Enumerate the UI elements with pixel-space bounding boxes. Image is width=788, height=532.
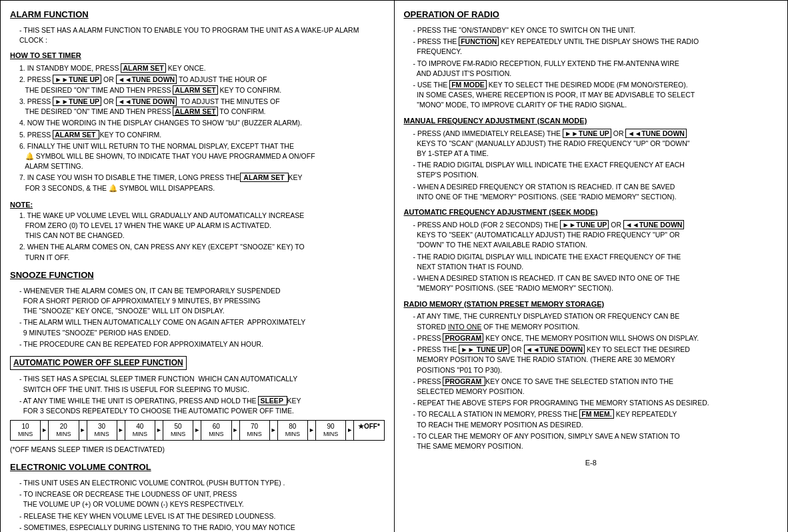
- sleep-cell-40: 40MINS: [125, 421, 155, 440]
- auto-item-3: - WHEN A DESIRED STATION IS REACHED. IT …: [413, 273, 779, 293]
- sleep-cell-10: 10MINS: [11, 421, 41, 440]
- sleep-section: AUTOMATIC POWER OFF SLEEP FUNCTION - THI…: [10, 356, 385, 455]
- step-4: 4. NOW THE WORDING IN THE DISPLAY CHANGE…: [19, 118, 385, 128]
- page-container: ALARM FUNCTION - THIS SET HAS A ALARM FU…: [0, 0, 788, 532]
- radio-memory-title: RADIO MEMORY (STATION PRESET MEMORY STOR…: [404, 299, 779, 310]
- arrow-5: ►: [193, 421, 201, 440]
- arrow-9: ►: [346, 421, 354, 440]
- snooze-items: - WHENEVER THE ALARM COMES ON, IT CAN BE…: [10, 286, 385, 349]
- alarm-steps: 1. IN STANDBY MODE, PRESS ALARM SET KEY …: [10, 63, 385, 193]
- manual-freq-title: MANUAL FREQUENCY ADJUSTMENT (SCAN MODE): [404, 116, 779, 127]
- manual-item-3: - WHEN A DESIRED FREQUENCY OR STATION IS…: [413, 182, 779, 202]
- sleep-item-2: - AT ANY TIME WHILE THE UNIT IS OPERATIN…: [19, 396, 385, 416]
- op-intro-3: - TO IMPROVE FM-RADIO RECEPTION, FULLY E…: [413, 59, 779, 79]
- note-label: NOTE:: [10, 201, 33, 209]
- evc-title: ELECTRONIC VOLUME CONTROL: [10, 461, 151, 474]
- memory-item-2: - PRESS PROGRAM KEY ONCE, THE MEMORY POS…: [413, 333, 779, 343]
- sleep-items: - THIS SET HAS A SPECIAL SLEEP TIMER FUN…: [10, 374, 385, 416]
- right-page-num: E-8: [404, 458, 779, 469]
- sleep-cell-50: 50MINS: [163, 421, 193, 440]
- memory-item-6: - TO RECALL A STATION IN MEMORY, PRESS T…: [413, 409, 779, 429]
- alarm-title: ALARM FUNCTION: [10, 9, 89, 21]
- memory-item-1: - AT ANY TIME, THE CURRENTLY DISPLAYED S…: [413, 311, 779, 331]
- snooze-item-3: - THE PROCEDURE CAN BE REPEATED FOR APPR…: [19, 339, 385, 349]
- snooze-section: SNOOZE FUNCTION - WHENEVER THE ALARM COM…: [10, 269, 385, 349]
- radio-memory-items: - AT ANY TIME, THE CURRENTLY DISPLAYED S…: [404, 311, 779, 451]
- operation-intro: - PRESS THE "ON/STANDBY" KEY ONCE TO SWI…: [404, 25, 779, 111]
- evc-item-1: - THIS UNIT USES AN ELECTRONIC VOLUME CO…: [19, 478, 385, 488]
- sleep-cell-80: 80MINS: [278, 421, 308, 440]
- sleep-table: 10MINS ► 20MINS ► 30MINS ► 40MINS ► 50MI…: [10, 420, 385, 441]
- auto-item-1: - PRESS AND HOLD (FOR 2 SECONDS) THE ►►T…: [413, 220, 779, 251]
- notes: 1. THE WAKE UP VOLUME LEVEL WILL GRADUAL…: [10, 211, 385, 263]
- op-intro-1: - PRESS THE "ON/STANDBY" KEY ONCE TO SWI…: [413, 25, 779, 35]
- step-3: 3. PRESS ►►TUNE UP OR ◄◄TUNE DOWN TO ADJ…: [19, 97, 385, 117]
- sleep-cell-90: 90MINS: [316, 421, 346, 440]
- sleep-title: AUTOMATIC POWER OFF SLEEP FUNCTION: [10, 356, 187, 370]
- memory-item-5: - REPEAT THE ABOVE STEPS FOR PROGRAMING …: [413, 398, 779, 408]
- auto-freq-title: AUTOMATIC FREQUENCY ADJUSTMENT (SEEK MOD…: [404, 207, 779, 218]
- sleep-item-1: - THIS SET HAS A SPECIAL SLEEP TIMER FUN…: [19, 374, 385, 394]
- operation-title: OPERATION OF RADIO: [404, 9, 499, 21]
- step-1: 1. IN STANDBY MODE, PRESS ALARM SET KEY …: [19, 63, 385, 73]
- sleep-cell-off: ★OFF*: [354, 421, 383, 440]
- sleep-table-cells: 10MINS ► 20MINS ► 30MINS ► 40MINS ► 50MI…: [10, 420, 385, 441]
- step-5: 5. PRESS ALARM SET KEY TO CONFIRM.: [19, 130, 385, 140]
- arrow-7: ►: [270, 421, 278, 440]
- memory-item-7: - TO CLEAR THE MEMORY OF ANY POSITION, S…: [413, 431, 779, 451]
- op-intro-4: - USE THE FM MODE KEY TO SELECT THE DESI…: [413, 80, 779, 111]
- right-panel: OPERATION OF RADIO - PRESS THE "ON/STAND…: [395, 1, 788, 532]
- sleep-cell-60: 60MINS: [201, 421, 231, 440]
- sleep-cell-70: 70MINS: [240, 421, 270, 440]
- memory-item-3: - PRESS THE ►► TUNE UP OR ◄◄TUNE DOWN KE…: [413, 345, 779, 375]
- op-intro-2: - PRESS THE FUNCTION KEY REPEATEDLY UNTI…: [413, 37, 779, 57]
- step-7: 7. IN CASE YOU WISH TO DISABLE THE TIMER…: [19, 173, 385, 193]
- arrow-1: ►: [41, 421, 49, 440]
- arrow-4: ►: [155, 421, 163, 440]
- alarm-intro: - THIS SET HAS A ALARM FUNCTION TO ENABL…: [10, 25, 385, 45]
- manual-freq-items: - PRESS (AND IMMEDIATELY RELEASE) THE ►►…: [404, 129, 779, 203]
- note-2: 2. WHEN THE ALARM COMES ON, CAN PRESS AN…: [19, 242, 385, 262]
- evc-item-2: - TO INCREASE OR DECREASE THE LOUDNESS O…: [19, 489, 385, 509]
- how-to-set-timer-title: HOW TO SET TIMER: [10, 51, 385, 61]
- note-1: 1. THE WAKE UP VOLUME LEVEL WILL GRADUAL…: [19, 211, 385, 241]
- note-section: NOTE: 1. THE WAKE UP VOLUME LEVEL WILL G…: [10, 200, 385, 263]
- sleep-cell-30: 30MINS: [87, 421, 117, 440]
- snooze-item-2: - THE ALARM WILL THEN AUTOMATICALLY COME…: [19, 317, 385, 337]
- snooze-item-1: - WHENEVER THE ALARM COMES ON, IT CAN BE…: [19, 286, 385, 317]
- evc-section: ELECTRONIC VOLUME CONTROL - THIS UNIT US…: [10, 461, 385, 532]
- sleep-note: (*OFF MEANS SLEEP TIMER IS DEACTIVATED): [10, 445, 385, 455]
- step-2: 2. PRESS ►►TUNE UP OR ◄◄TUNE DOWN TO ADJ…: [19, 75, 385, 95]
- evc-items: - THIS UNIT USES AN ELECTRONIC VOLUME CO…: [10, 478, 385, 532]
- manual-item-1: - PRESS (AND IMMEDIATELY RELEASE) THE ►►…: [413, 129, 779, 159]
- step-6: 6. FINALLY THE UNIT WILL RETURN TO THE N…: [19, 141, 385, 172]
- sleep-cell-20: 20MINS: [49, 421, 79, 440]
- auto-freq-items: - PRESS AND HOLD (FOR 2 SECONDS) THE ►►T…: [404, 220, 779, 294]
- snooze-title: SNOOZE FUNCTION: [10, 269, 94, 282]
- arrow-3: ►: [117, 421, 125, 440]
- evc-item-3: - RELEASE THE KEY WHEN VOLUME LEVEL IS A…: [19, 511, 385, 521]
- memory-item-4: - PRESS PROGRAM KEY ONCE TO SAVE THE SEL…: [413, 377, 779, 397]
- left-panel: ALARM FUNCTION - THIS SET HAS A ALARM FU…: [1, 1, 395, 532]
- evc-item-4: - SOMETIMES, ESPECIALLY DURING LISTENING…: [19, 523, 385, 532]
- arrow-2: ►: [79, 421, 87, 440]
- arrow-6: ►: [232, 421, 240, 440]
- arrow-8: ►: [308, 421, 316, 440]
- manual-item-2: - THE RADIO DIGITAL DISPLAY WILL INDICAT…: [413, 160, 779, 180]
- auto-item-2: - THE RADIO DIGITAL DISPLAY WILL INDICAT…: [413, 252, 779, 272]
